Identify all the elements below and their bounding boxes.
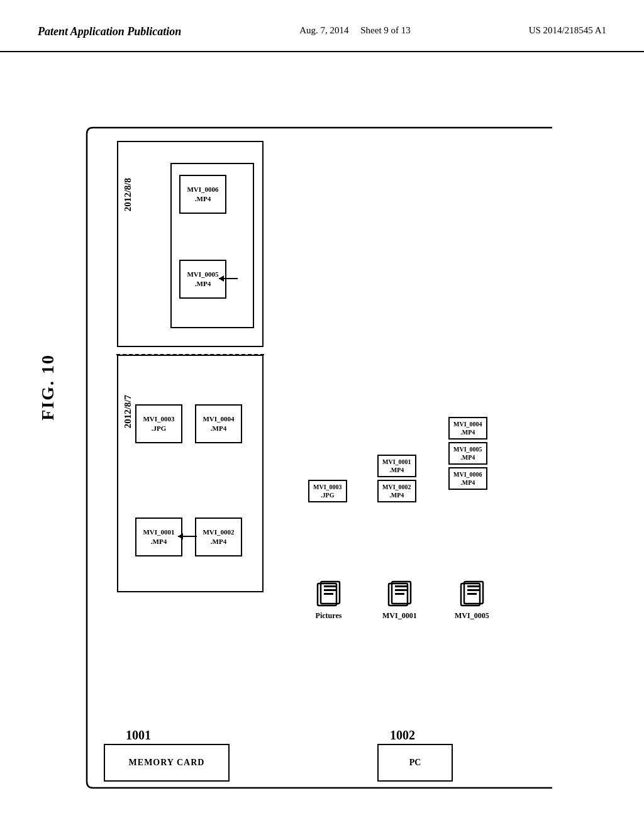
folder-mvi0005: MVI_0005	[455, 580, 489, 621]
folder-mvi0001-label: MVI_0001	[382, 611, 417, 621]
pc-mvi0001-files: MVI_0001.MP4 MVI_0002.MP4	[377, 455, 416, 502]
figure-area: FIG. 10 2012/8/7 2012/8/8 MVI_0001.MP4 M…	[0, 52, 644, 794]
arrow-mvi0001	[173, 531, 198, 541]
publication-number: US 2014/218545 A1	[529, 25, 606, 36]
file-mvi0002-mp4: MVI_0002.MP4	[195, 517, 242, 556]
svg-rect-22	[467, 589, 480, 591]
memory-card-label: MEMORY CARD	[129, 758, 205, 768]
folder-pictures: Pictures	[314, 580, 343, 621]
arrow-mvi0005	[214, 274, 239, 284]
svg-rect-21	[467, 585, 480, 587]
folder-mvi0005-icon	[458, 580, 486, 609]
svg-rect-11	[324, 585, 336, 587]
svg-rect-13	[324, 593, 333, 595]
pc-file-mvi0004-mp4: MVI_0004.MP4	[448, 417, 487, 440]
memory-card-box: MEMORY CARD	[104, 744, 230, 782]
pc-label: PC	[409, 758, 421, 768]
svg-rect-23	[467, 593, 477, 595]
date1-group-box	[116, 354, 264, 593]
publication-date-sheet: Aug. 7, 2014 Sheet 9 of 13	[299, 25, 411, 36]
publication-label: Patent Application Publication	[38, 25, 181, 38]
svg-rect-18	[395, 593, 404, 595]
svg-marker-5	[178, 533, 183, 540]
page-header: Patent Application Publication Aug. 7, 2…	[0, 0, 644, 52]
pc-number: 1002	[390, 728, 415, 742]
file-mvi0006-mp4-card: MVI_0006.MP4	[179, 175, 226, 214]
pc-file-mvi0006-mp4: MVI_0006.MP4	[448, 467, 487, 490]
svg-rect-17	[395, 589, 408, 591]
memory-card-id: 1001	[126, 728, 151, 743]
date1-label: 2012/8/7	[123, 395, 133, 428]
svg-rect-12	[324, 589, 336, 591]
figure-label: FIG. 10	[38, 354, 58, 421]
pc-file-mvi0005-mp4: MVI_0005.MP4	[448, 442, 487, 465]
svg-rect-16	[395, 585, 408, 587]
pc-id: 1002	[390, 728, 415, 743]
svg-marker-8	[219, 275, 224, 282]
date2-label: 2012/8/8	[123, 178, 133, 211]
pub-date: Aug. 7, 2014	[299, 25, 348, 35]
dashed-divider	[116, 354, 264, 355]
pc-mvi0005-files: MVI_0004.MP4 MVI_0005.MP4 MVI_0006.MP4	[448, 417, 487, 490]
folder-mvi0005-label: MVI_0005	[455, 611, 489, 621]
folder-mvi0001: MVI_0001	[382, 580, 417, 621]
folder-mvi0001-icon	[386, 580, 414, 609]
folder-pictures-icon	[314, 580, 343, 609]
sheet-info: Sheet 9 of 13	[360, 25, 411, 35]
file-mvi0004-mp4: MVI_0004.MP4	[195, 404, 242, 443]
pc-box: PC	[377, 744, 453, 782]
folder-pictures-label: Pictures	[316, 611, 342, 621]
pc-file-mvi0002-mp4: MVI_0002.MP4	[377, 480, 416, 502]
file-mvi0003-jpg: MVI_0003.JPG	[135, 404, 182, 443]
pc-pictures-files: MVI_0003.JPG	[308, 480, 347, 502]
memory-card-number: 1001	[126, 728, 151, 742]
pc-file-mvi0003-jpg: MVI_0003.JPG	[308, 480, 347, 502]
pc-file-mvi0001-mp4: MVI_0001.MP4	[377, 455, 416, 477]
